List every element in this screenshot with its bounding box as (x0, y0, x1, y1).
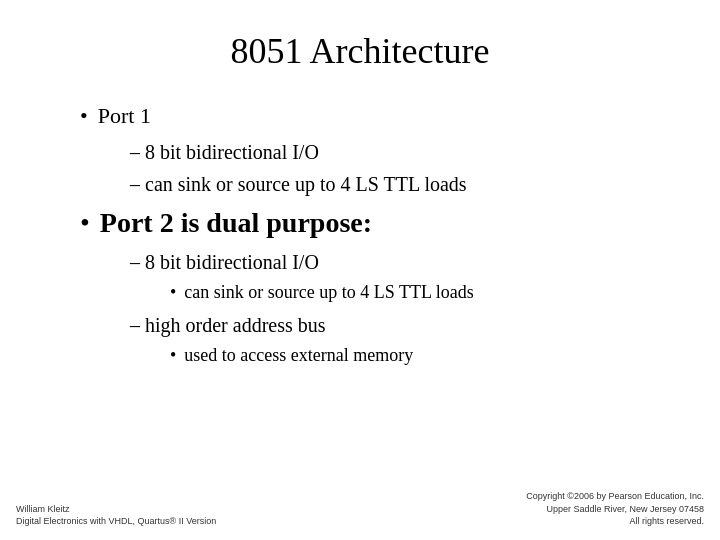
slide: 8051 Architecture • Port 1 – 8 bit bidir… (0, 0, 720, 540)
footer-book: Digital Electronics with VHDL, Quartus® … (16, 515, 216, 528)
port2-bullet: • Port 2 is dual purpose: (80, 205, 660, 241)
port2-subbullet2: • used to access external memory (170, 342, 660, 369)
footer-rights: All rights reserved. (526, 515, 704, 528)
slide-content: • Port 1 – 8 bit bidirectional I/O – can… (60, 102, 660, 369)
port2-subbullet1-text: can sink or source up to 4 LS TTL loads (184, 279, 473, 306)
port2-dash2: – high order address bus (130, 310, 660, 340)
port2-subbullet1: • can sink or source up to 4 LS TTL load… (170, 279, 660, 306)
footer-author: William Kleitz (16, 503, 216, 516)
port1-dash2: – can sink or source up to 4 LS TTL load… (130, 169, 660, 199)
port2-label: Port 2 is dual purpose: (100, 205, 372, 241)
port1-label: Port 1 (98, 102, 151, 131)
port2-dash1: – 8 bit bidirectional I/O (130, 247, 660, 277)
bullet-symbol-port2: • (80, 205, 90, 241)
port2-sub-bullets2: • used to access external memory (170, 342, 660, 369)
port2-sub-items: – 8 bit bidirectional I/O • can sink or … (130, 247, 660, 369)
footer-right: Copyright ©2006 by Pearson Education, In… (526, 490, 704, 528)
footer-left: William Kleitz Digital Electronics with … (16, 503, 216, 528)
port1-dash1: – 8 bit bidirectional I/O (130, 137, 660, 167)
port2-subbullet2-text: used to access external memory (184, 342, 413, 369)
port1-sub-items: – 8 bit bidirectional I/O – can sink or … (130, 137, 660, 199)
sub-bullet-symbol1: • (170, 279, 176, 306)
bullet-symbol-port1: • (80, 102, 88, 131)
footer-location: Upper Saddle River, New Jersey 07458 (526, 503, 704, 516)
sub-bullet-symbol2: • (170, 342, 176, 369)
port2-sub-bullets1: • can sink or source up to 4 LS TTL load… (170, 279, 660, 306)
port1-bullet: • Port 1 (80, 102, 660, 131)
footer-copyright: Copyright ©2006 by Pearson Education, In… (526, 490, 704, 503)
slide-title: 8051 Architecture (60, 30, 660, 72)
